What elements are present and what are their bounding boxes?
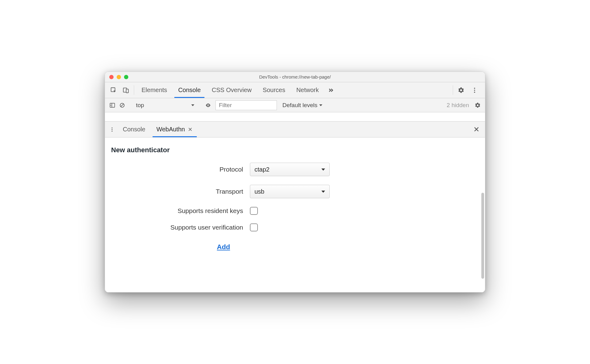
inspect-element-icon[interactable] [107, 82, 120, 98]
svg-point-12 [112, 129, 113, 130]
log-levels-select[interactable]: Default levels [279, 102, 325, 109]
close-tab-icon[interactable]: ✕ [187, 126, 193, 133]
kebab-menu-icon[interactable] [468, 87, 481, 94]
svg-rect-2 [126, 89, 128, 93]
chevron-down-icon [191, 104, 194, 106]
svg-point-3 [474, 87, 475, 89]
svg-point-13 [112, 130, 113, 131]
tab-label: Network [296, 87, 319, 94]
protocol-label: Protocol [111, 166, 243, 173]
svg-line-9 [121, 104, 123, 106]
window-title: DevTools - chrome://new-tab-page/ [105, 74, 485, 79]
drawer-tab-console[interactable]: Console [117, 122, 151, 137]
chevron-down-icon [319, 104, 322, 106]
zoom-window-button[interactable] [124, 75, 128, 79]
tab-console[interactable]: Console [173, 82, 206, 98]
chevron-down-icon [321, 168, 325, 171]
user-verification-label: Supports user verification [111, 224, 243, 231]
clear-console-icon[interactable] [117, 98, 127, 112]
scrollbar[interactable] [481, 193, 484, 279]
svg-point-4 [474, 90, 475, 91]
console-sidebar-toggle-icon[interactable] [107, 98, 117, 112]
resident-keys-label: Supports resident keys [111, 207, 243, 215]
divider [453, 85, 453, 95]
svg-point-11 [112, 127, 113, 128]
tab-label: Elements [142, 87, 167, 94]
tab-label: Console [178, 87, 200, 94]
tab-label: CSS Overview [212, 87, 252, 94]
levels-label: Default levels [282, 102, 317, 109]
tab-network[interactable]: Network [291, 82, 324, 98]
tab-label: WebAuthn [156, 126, 185, 133]
drawer-tabstrip: Console WebAuthn ✕ ✕ [105, 122, 485, 137]
tab-css-overview[interactable]: CSS Overview [206, 82, 257, 98]
authenticator-form: Protocol ctap2 Transport usb Supports re… [111, 163, 479, 251]
console-filter-input[interactable] [215, 100, 277, 110]
select-value: usb [254, 188, 264, 195]
tab-label: Console [123, 126, 145, 133]
transport-label: Transport [111, 188, 243, 195]
svg-point-10 [208, 105, 208, 106]
tab-elements[interactable]: Elements [136, 82, 173, 98]
hidden-messages-count[interactable]: 2 hidden [443, 102, 473, 109]
svg-point-5 [474, 91, 475, 93]
chevron-down-icon [321, 191, 325, 193]
console-toolbar: top Default levels 2 hidden [105, 98, 485, 112]
transport-select[interactable]: usb [250, 185, 330, 198]
tab-sources[interactable]: Sources [257, 82, 291, 98]
drawer-more-icon[interactable] [107, 122, 117, 137]
tab-label: Sources [263, 87, 285, 94]
window-controls [105, 75, 128, 79]
live-expression-icon[interactable] [203, 98, 213, 112]
console-output-area[interactable] [105, 112, 485, 122]
main-tabstrip: Elements Console CSS Overview Sources Ne… [105, 82, 485, 98]
console-settings-icon[interactable] [473, 98, 483, 112]
protocol-select[interactable]: ctap2 [250, 163, 330, 176]
execution-context-select[interactable]: top [133, 101, 197, 110]
context-label: top [136, 102, 144, 109]
settings-icon[interactable] [455, 87, 467, 94]
devtools-window: DevTools - chrome://new-tab-page/ Elemen… [105, 72, 485, 292]
more-tabs-button[interactable] [324, 82, 337, 98]
device-toggle-icon[interactable] [120, 82, 132, 98]
close-drawer-icon[interactable]: ✕ [470, 122, 483, 137]
drawer-tab-webauthn[interactable]: WebAuthn ✕ [151, 122, 199, 137]
divider [134, 85, 134, 95]
select-value: ctap2 [254, 166, 270, 173]
user-verification-checkbox[interactable] [250, 223, 258, 231]
webauthn-pane: New authenticator Protocol ctap2 Transpo… [105, 137, 485, 292]
titlebar: DevTools - chrome://new-tab-page/ [105, 72, 485, 82]
resident-keys-checkbox[interactable] [250, 207, 258, 215]
minimize-window-button[interactable] [117, 75, 121, 79]
add-authenticator-button[interactable]: Add [217, 243, 230, 251]
section-heading: New authenticator [111, 146, 479, 154]
close-window-button[interactable] [109, 75, 114, 79]
